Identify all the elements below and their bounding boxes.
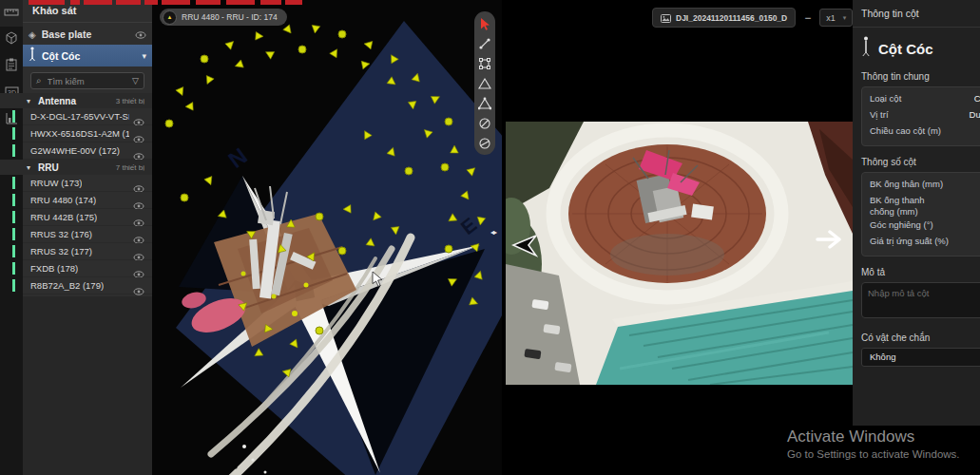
tree-item[interactable]: RRU 442B (175)	[0, 209, 152, 226]
obstruction-select[interactable]: Không	[861, 348, 980, 367]
panel-header: Thông tin cột	[861, 8, 980, 19]
tree-item[interactable]: RRUW (173)	[0, 175, 152, 192]
base-plate-label: Base plate	[42, 28, 129, 40]
camera-marker-icon[interactable]	[445, 118, 452, 125]
rail-measure-button[interactable]	[0, 0, 23, 27]
camera-marker-icon[interactable]	[165, 120, 173, 127]
previous-photo-button[interactable]	[508, 232, 538, 261]
select-pointer-icon[interactable]	[478, 16, 492, 30]
sidebar-item-base-plate[interactable]: ◈ Base plate	[23, 25, 152, 44]
image-icon	[661, 10, 671, 27]
tree-group-rru[interactable]: ▾RRU7 thiết bị	[0, 160, 152, 175]
pole-icon	[861, 36, 871, 61]
photo-filename: DJI_20241120111456_0150_D	[676, 13, 787, 23]
filter-icon[interactable]: ▽	[132, 76, 139, 86]
camera-marker-icon[interactable]	[234, 60, 243, 70]
chevron-down-icon[interactable]: ▾	[142, 51, 146, 61]
tree-item[interactable]: HWXX-6516DS1-A2M (171)	[0, 125, 152, 142]
device-label: RRUW (173)	[30, 178, 82, 188]
tree-item[interactable]: G2W4WHE-00V (172)	[0, 142, 152, 160]
camera-marker-icon[interactable]	[338, 247, 346, 255]
rail-report-button[interactable]	[0, 53, 23, 80]
camera-marker-icon[interactable]	[264, 48, 275, 59]
camera-marker-icon[interactable]	[185, 103, 193, 111]
next-photo-button[interactable]	[814, 228, 846, 254]
camera-marker-icon[interactable]	[316, 213, 323, 220]
camera-marker-icon[interactable]	[445, 245, 452, 253]
caret-down-icon[interactable]: ▾	[27, 97, 30, 105]
camera-marker-icon[interactable]	[311, 25, 320, 33]
visibility-eye-icon[interactable]	[133, 282, 144, 299]
divider	[853, 27, 980, 28]
zoom-out-button[interactable]: −	[802, 12, 813, 24]
rail-model-button[interactable]	[0, 27, 23, 53]
selection-tick	[12, 144, 15, 157]
tree-item[interactable]: FXDB (178)	[0, 260, 152, 277]
device-label: FXDB (178)	[30, 263, 78, 274]
group-count: 7 thiết bị	[116, 163, 144, 172]
search-icon: ⌕	[36, 75, 42, 86]
camera-marker-icon[interactable]	[298, 46, 306, 53]
info-row: Góc nghiêng (°)0.	[870, 218, 980, 235]
specs-card: BK ống thân (mm)BK ống thanh chống (mm)G…	[861, 172, 980, 256]
caret-down-icon[interactable]: ▾	[27, 163, 30, 172]
info-row: Chiều cao cột (m)	[870, 124, 980, 141]
zoom-level-select[interactable]: x1 ▾	[819, 9, 853, 27]
camera-marker-icon[interactable]	[361, 60, 370, 69]
circle-radius-icon[interactable]	[478, 136, 492, 150]
group-count: 3 thiết bị	[116, 97, 144, 105]
tree-item[interactable]: RRUS 32 (177)	[0, 243, 152, 260]
cube-icon	[5, 31, 18, 48]
camera-marker-icon[interactable]	[256, 32, 264, 41]
search-input[interactable]	[46, 75, 128, 87]
chevron-down-icon: ▾	[843, 14, 847, 22]
camera-marker-icon[interactable]	[338, 30, 346, 38]
device-tree: ▾Antenna3 thiết bịD-X-DGL-17-65VV-VT-SM-…	[0, 93, 152, 294]
info-label: Góc nghiêng (°)	[870, 219, 950, 231]
circle-diameter-icon[interactable]	[478, 116, 492, 130]
description-textarea[interactable]	[861, 282, 980, 318]
camera-marker-icon[interactable]	[181, 194, 188, 201]
device-label: HWXX-6516DS1-A2M (171)	[30, 128, 129, 139]
tree-item[interactable]: RRU 4480 (174)	[0, 192, 152, 209]
logo-remnant-fragment	[70, 0, 80, 5]
tree-item[interactable]: R8B72A_B2 (179)	[0, 277, 152, 294]
logo-remnant-fragment	[29, 0, 65, 5]
panel-title: Cột Cóc	[878, 41, 933, 57]
camera-marker-icon[interactable]	[405, 167, 413, 175]
measure-angle-icon[interactable]	[478, 96, 492, 110]
zoom-level-value: x1	[826, 13, 836, 23]
camera-marker-icon[interactable]	[203, 76, 214, 86]
measure-triangle-icon[interactable]	[478, 76, 492, 90]
camera-marker-icon[interactable]	[316, 327, 323, 334]
north-label: N	[223, 142, 252, 173]
camera-marker-icon[interactable]	[283, 25, 295, 36]
drone-photo[interactable]	[506, 122, 853, 385]
measure-line-icon[interactable]	[478, 36, 492, 50]
device-label: RRU 442B (175)	[30, 212, 97, 222]
tree-group-antenna[interactable]: ▾Antenna3 thiết bị	[0, 93, 152, 108]
camera-marker-icon[interactable]	[176, 87, 186, 98]
arrow-right-icon	[817, 232, 839, 247]
cot-coc-label: Cột Cóc	[42, 50, 136, 62]
split-handle-icon[interactable]: ◂▸	[490, 228, 496, 237]
selection-tooltip: ▲ RRU 4480 - RRU - ID: 174	[160, 9, 287, 26]
selection-tick	[12, 279, 15, 292]
camera-marker-icon[interactable]	[363, 40, 373, 49]
camera-marker-icon[interactable]	[441, 163, 449, 171]
info-label: Chiều cao cột (m)	[870, 125, 950, 137]
camera-marker-icon[interactable]	[204, 177, 215, 187]
marker-icon: ▲	[163, 10, 177, 25]
sidebar-item-cot-coc-selected[interactable]: Cột Cóc ▾	[23, 45, 152, 66]
tree-item[interactable]: RRUS 32 (176)	[0, 226, 152, 243]
viewer-3d[interactable]: N E	[152, 0, 502, 475]
visibility-eye-icon[interactable]	[135, 26, 146, 43]
camera-marker-icon[interactable]	[330, 47, 341, 57]
tree-item[interactable]: D-X-DGL-17-65VV-VT-SM-V (...	[0, 108, 152, 125]
photo-filename-pill[interactable]: DJI_20241120111456_0150_D	[652, 8, 796, 28]
measure-area-icon[interactable]	[478, 56, 492, 70]
device-label: G2W4WHE-00V (172)	[30, 145, 120, 156]
camera-marker-icon[interactable]	[225, 38, 237, 49]
camera-marker-icon[interactable]	[201, 55, 208, 63]
search-box[interactable]: ⌕ ▽	[30, 72, 144, 89]
